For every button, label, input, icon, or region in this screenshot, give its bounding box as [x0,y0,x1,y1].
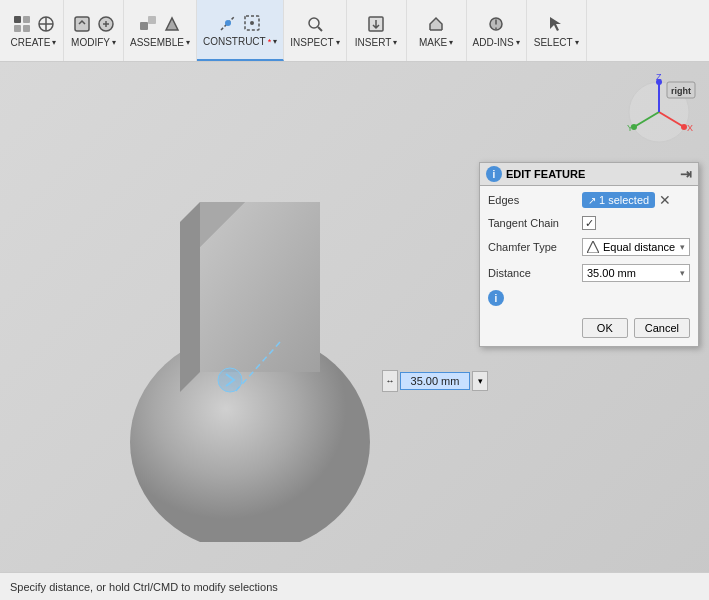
inspect-arrow: ▾ [336,38,340,47]
assemble-icon [137,13,159,35]
tangent-chain-label: Tangent Chain [488,217,578,229]
ok-button[interactable]: OK [582,318,628,338]
addins-icon [485,13,507,35]
svg-point-37 [631,124,637,130]
viewport-distance-input[interactable]: 35.00 mm [400,372,470,390]
construct-icon-2 [241,12,263,34]
select-arrow: ▾ [575,38,579,47]
chamfer-type-value: Equal distance ▾ [582,238,690,256]
toolbar-group-construct[interactable]: CONSTRUCT * ▾ [197,0,284,61]
toolbar-group-insert[interactable]: INSERT ▾ [347,0,407,61]
distance-panel-value: 35.00 mm ▾ [582,264,690,282]
svg-rect-2 [14,25,21,32]
toolbar: CREATE ▾ MODIFY ▾ [0,0,709,62]
svg-marker-24 [180,202,200,392]
panel-expand-icon[interactable]: ⇥ [680,166,692,182]
modify-label: MODIFY ▾ [71,37,116,48]
edges-row: Edges ↗ 1 selected ✕ [488,192,690,208]
inspect-label: INSPECT ▾ [290,37,339,48]
toolbar-group-assemble[interactable]: ASSEMBLE ▾ [124,0,197,61]
svg-rect-1 [23,16,30,23]
modify-arrow: ▾ [112,38,116,47]
cancel-button[interactable]: Cancel [634,318,690,338]
svg-point-15 [250,21,254,25]
chamfer-type-arrow: ▾ [680,242,685,252]
tangent-chain-row: Tangent Chain [488,216,690,230]
select-label: SELECT ▾ [534,37,579,48]
edges-clear-btn[interactable]: ✕ [659,193,671,207]
chamfer-type-icon [587,241,599,253]
edges-value: ↗ 1 selected ✕ [582,192,690,208]
edges-selected-text: 1 selected [599,194,649,206]
toolbar-group-make[interactable]: MAKE ▾ [407,0,467,61]
distance-label: Distance [488,267,578,279]
create-label: CREATE ▾ [11,37,57,48]
svg-rect-9 [140,22,148,30]
modify-icon [71,13,93,35]
viewport[interactable]: right X Y Z ↔ 35.00 mm ▾ i EDIT FEATURE … [0,62,709,600]
chamfer-type-dropdown[interactable]: Equal distance ▾ [582,238,690,256]
statusbar-message: Specify distance, or hold Ctrl/CMD to mo… [10,581,278,593]
toolbar-group-modify[interactable]: MODIFY ▾ [64,0,124,61]
svg-rect-3 [23,25,30,32]
inspect-icon [304,13,326,35]
insert-arrow: ▾ [393,38,397,47]
panel-title: EDIT FEATURE [506,168,585,180]
construct-icon [217,12,239,34]
create-arrow: ▾ [52,38,56,47]
make-label: MAKE ▾ [419,37,453,48]
info-icon: i [488,290,504,306]
distance-arrow: ▾ [680,268,685,278]
make-arrow: ▾ [449,38,453,47]
toolbar-group-addins[interactable]: ADD-INS ▾ [467,0,527,61]
svg-marker-39 [587,241,599,253]
chamfer-type-value-text: Equal distance [603,241,675,253]
modify-icon-2 [95,13,117,35]
svg-text:right: right [671,86,691,96]
create-icon [11,13,33,35]
assemble-arrow: ▾ [186,38,190,47]
edges-label: Edges [488,194,578,206]
edit-feature-panel: i EDIT FEATURE ⇥ Edges ↗ 1 selected ✕ Ta… [479,162,699,347]
construct-arrow: ▾ [273,37,277,46]
svg-point-16 [309,18,319,28]
distance-dropdown-btn[interactable]: ▾ [472,371,488,391]
select-icon [545,13,567,35]
tangent-chain-value [582,216,690,230]
panel-buttons: OK Cancel [488,314,690,340]
distance-value-text: 35.00 mm [587,267,636,279]
chamfer-type-row: Chamfer Type Equal distance ▾ [488,238,690,256]
panel-info-row: i [488,290,690,306]
statusbar: Specify distance, or hold Ctrl/CMD to mo… [0,572,709,600]
assemble-icon-2 [161,13,183,35]
svg-point-13 [225,20,231,26]
svg-point-26 [218,368,242,392]
panel-titlebar: i EDIT FEATURE ⇥ [480,163,698,186]
distance-dropdown[interactable]: 35.00 mm ▾ [582,264,690,282]
tangent-chain-checkbox[interactable] [582,216,596,230]
panel-body: Edges ↗ 1 selected ✕ Tangent Chain Ch [480,186,698,346]
svg-point-36 [681,124,687,130]
panel-info-icon[interactable]: i [486,166,502,182]
assemble-label: ASSEMBLE ▾ [130,37,190,48]
svg-line-17 [318,27,322,31]
chamfer-type-label: Chamfer Type [488,241,578,253]
create-icon-2 [35,13,57,35]
orientation-gizmo[interactable]: right X Y Z [619,72,699,152]
toolbar-group-create[interactable]: CREATE ▾ [4,0,64,61]
construct-label: CONSTRUCT * ▾ [203,36,277,47]
addins-arrow: ▾ [516,38,520,47]
toolbar-group-inspect[interactable]: INSPECT ▾ [284,0,346,61]
svg-rect-0 [14,16,21,23]
make-icon [425,13,447,35]
edges-selected-badge[interactable]: ↗ 1 selected [582,192,655,208]
insert-label: INSERT ▾ [355,37,398,48]
distance-input-container: ↔ 35.00 mm ▾ [382,370,488,392]
svg-text:X: X [687,123,693,133]
3d-model [100,162,400,542]
svg-point-38 [656,79,662,85]
svg-rect-10 [148,16,156,24]
toolbar-group-select[interactable]: SELECT ▾ [527,0,587,61]
insert-icon [365,13,387,35]
distance-row: Distance 35.00 mm ▾ [488,264,690,282]
